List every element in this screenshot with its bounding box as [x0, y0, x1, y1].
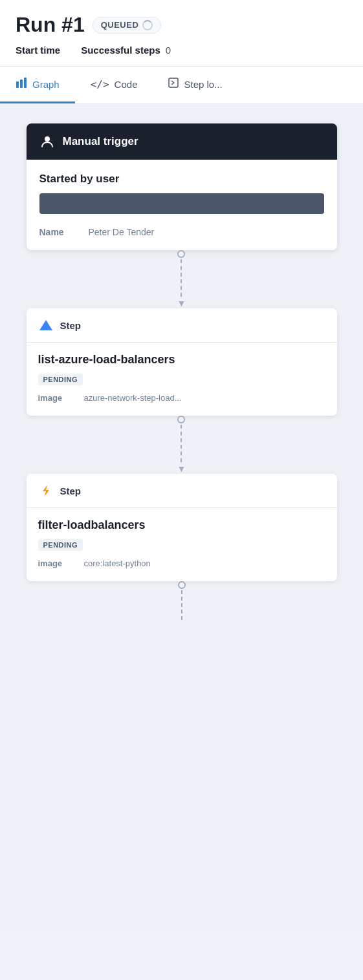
triangle-icon: [38, 317, 54, 333]
successful-steps-label: Successful steps: [81, 45, 160, 56]
svg-marker-5: [39, 320, 52, 330]
successful-steps-value: 0: [166, 45, 171, 56]
connector-3: [178, 581, 186, 620]
connector-arrow-1: ▼: [177, 298, 186, 308]
svg-point-4: [45, 136, 50, 142]
step-2-header-label: Step: [60, 485, 82, 496]
tab-code[interactable]: </> Code: [75, 67, 153, 103]
trigger-header-text: Manual trigger: [63, 135, 138, 148]
svg-rect-0: [16, 81, 19, 88]
step-2-image-label: image: [38, 559, 74, 568]
tab-step-log[interactable]: Step lo...: [153, 67, 237, 103]
name-value: Peter De Tender: [89, 227, 155, 237]
step-2-header: Step: [27, 474, 337, 508]
bolt-icon: [38, 483, 54, 498]
step-2-status: PENDING: [38, 539, 83, 551]
step-1-header-label: Step: [60, 320, 82, 331]
connector-arrow-2: ▼: [177, 463, 186, 474]
name-field-row: Name Peter De Tender: [39, 227, 324, 237]
meta-row: Start time Successful steps 0: [16, 45, 347, 56]
svg-rect-2: [24, 78, 27, 88]
page-header: Run #1 QUEUED Start time Successful step…: [0, 0, 363, 67]
step-2-image-row: image core:latest-python: [38, 559, 325, 568]
start-time-label: Start time: [16, 45, 60, 56]
trigger-header: Manual trigger: [27, 123, 337, 160]
step-1-image-row: image azure-network-step-load...: [38, 393, 325, 403]
step-1-status: PENDING: [38, 374, 83, 385]
step-2-name: filter-loadbalancers: [38, 518, 325, 532]
connector-2: ▼: [177, 416, 186, 474]
step-1-header: Step: [27, 308, 337, 343]
run-title: Run #1: [16, 13, 85, 37]
person-icon: [39, 134, 55, 149]
step-card-2: Step filter-loadbalancers PENDING image …: [27, 474, 337, 581]
graph-icon: [16, 77, 27, 91]
step-2-image-value: core:latest-python: [84, 559, 151, 568]
tabs-bar: Graph </> Code Step lo...: [0, 67, 363, 104]
step-1-image-value: azure-network-step-load...: [84, 393, 182, 403]
step-1-name: list-azure-load-balancers: [38, 353, 325, 367]
tab-graph[interactable]: Graph: [0, 67, 75, 103]
step-2-body: filter-loadbalancers PENDING image core:…: [27, 508, 337, 581]
tab-code-label: Code: [115, 79, 138, 90]
connector-dot-3: [178, 581, 186, 589]
connector-1: ▼: [177, 250, 186, 308]
manual-trigger-card: Manual trigger Started by user Name Pete…: [27, 123, 337, 250]
spinner-icon: [142, 20, 153, 30]
connector-dot-1: [177, 250, 185, 258]
step-log-icon: [168, 78, 179, 91]
graph-area: Manual trigger Started by user Name Pete…: [0, 104, 363, 932]
svg-rect-1: [20, 80, 23, 88]
tab-step-log-label: Step lo...: [184, 79, 222, 90]
connector-dot-2: [177, 416, 185, 423]
connector-line-3: [181, 590, 182, 620]
trigger-body: Started by user Name Peter De Tender: [27, 160, 337, 250]
code-icon: </>: [91, 78, 109, 91]
step-card-1: Step list-azure-load-balancers PENDING i…: [27, 308, 337, 416]
tab-graph-label: Graph: [32, 79, 60, 90]
svg-marker-6: [43, 485, 49, 496]
name-label: Name: [39, 227, 78, 237]
status-badge: QUEUED: [93, 17, 162, 34]
successful-steps-item: Successful steps 0: [81, 45, 171, 56]
step-1-image-label: image: [38, 393, 74, 403]
step-1-body: list-azure-load-balancers PENDING image …: [27, 343, 337, 416]
start-time-item: Start time: [16, 45, 60, 56]
run-title-row: Run #1 QUEUED: [16, 13, 347, 37]
status-badge-text: QUEUED: [101, 20, 139, 30]
connector-line-2: [181, 425, 182, 462]
started-by-label: Started by user: [39, 173, 324, 186]
user-bar: [39, 193, 324, 214]
connector-line-1: [181, 259, 182, 297]
